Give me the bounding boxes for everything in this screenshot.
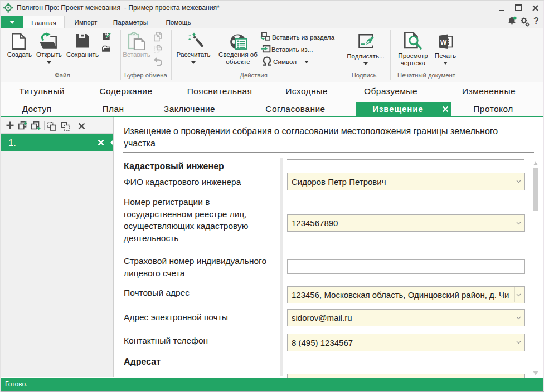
svg-text:W: W [440,38,447,46]
